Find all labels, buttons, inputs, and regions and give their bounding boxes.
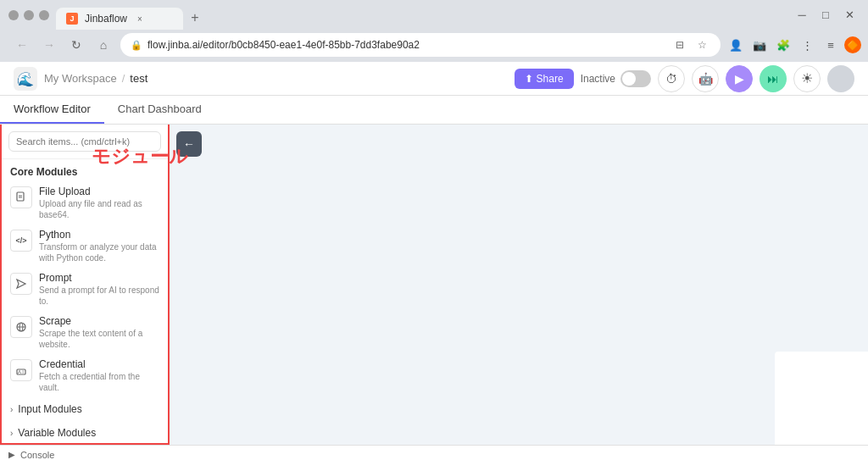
- module-info-scrape: Scrape Scrape the text content of a webs…: [39, 315, 159, 350]
- avatar[interactable]: [827, 65, 854, 92]
- home-button[interactable]: ⌂: [92, 33, 115, 57]
- app-header: 🌊 My Workspace / test ⬆ Share Inactive ⏱…: [0, 62, 868, 96]
- module-info-python: Python Transform or analyze your data wi…: [39, 229, 159, 263]
- sidebar: Core Modules File Upload Upload any file…: [0, 125, 170, 445]
- file-upload-icon: [10, 186, 32, 208]
- forward-button[interactable]: →: [37, 33, 61, 57]
- module-item-prompt[interactable]: Prompt Send a prompt for AI to respond t…: [2, 268, 168, 311]
- close-button[interactable]: ✕: [839, 5, 860, 25]
- svg-text:🌊: 🌊: [17, 71, 34, 87]
- address-bar-icons: ⊟ ☆: [671, 36, 710, 53]
- agent-icon: 🤖: [698, 72, 713, 86]
- new-tab-button[interactable]: +: [183, 6, 207, 30]
- console-label[interactable]: Console: [20, 450, 54, 460]
- scrape-icon: [10, 316, 32, 338]
- chevron-icon: ›: [10, 405, 13, 414]
- module-info-file-upload: File Upload Upload any file and read as …: [39, 186, 159, 220]
- browser-menu2-icon[interactable]: ≡: [821, 35, 841, 55]
- browser-avatar[interactable]: 🔶: [844, 36, 861, 53]
- maximize-button[interactable]: □: [815, 5, 836, 25]
- browser-action-icons: 👤 📷 🧩 ⋮ ≡ 🔶: [726, 35, 861, 55]
- app-logo: 🌊: [14, 67, 37, 91]
- svg-marker-5: [17, 280, 25, 288]
- console-bar: ▶ Console: [0, 445, 868, 460]
- tab-title: Jinbaflow: [85, 13, 127, 25]
- collapse-icon: ←: [183, 137, 195, 151]
- play-button[interactable]: ▶: [726, 65, 753, 92]
- window-controls: [8, 10, 49, 20]
- tab-close-button[interactable]: ×: [134, 13, 146, 25]
- search-box: [2, 125, 168, 159]
- tab-favicon: J: [66, 13, 78, 25]
- forward-icon: ⏭: [767, 72, 779, 86]
- module-info-credential: Credential Fetch a credential from the v…: [39, 358, 159, 393]
- window-min-dot: [24, 10, 34, 20]
- browser-chrome: J Jinbaflow × + ─ □ ✕: [0, 0, 868, 30]
- core-modules-header: Core Modules: [2, 159, 168, 181]
- project-name[interactable]: test: [130, 72, 147, 85]
- breadcrumb: My Workspace / test: [44, 72, 515, 85]
- variable-modules-section[interactable]: › Variable Modules: [2, 421, 168, 443]
- console-icon: ▶: [8, 450, 15, 459]
- module-item-credential[interactable]: A I Credential Fetch a credential from t…: [2, 354, 168, 397]
- sidebar-content: Core Modules File Upload Upload any file…: [2, 159, 168, 443]
- timer-button[interactable]: ⏱: [658, 65, 685, 92]
- browser-menu-icon[interactable]: ⋮: [797, 35, 817, 55]
- module-item-scrape[interactable]: Scrape Scrape the text content of a webs…: [2, 311, 168, 354]
- sun-icon: ☀: [801, 70, 813, 86]
- search-input[interactable]: [8, 131, 161, 152]
- toggle-knob: [622, 72, 636, 86]
- camera-icon[interactable]: 📷: [749, 35, 770, 55]
- timer-icon: ⏱: [665, 72, 677, 86]
- collapse-sidebar-button[interactable]: ←: [176, 131, 202, 157]
- header-actions: ⬆ Share Inactive ⏱ 🤖 ▶ ⏭ ☀: [515, 65, 854, 92]
- back-button[interactable]: ←: [10, 33, 34, 57]
- extension-icon[interactable]: 🧩: [773, 35, 793, 55]
- translate-icon[interactable]: ⊟: [671, 36, 688, 53]
- python-icon: </>: [10, 230, 32, 252]
- module-info-prompt: Prompt Send a prompt for AI to respond t…: [39, 272, 159, 307]
- url-input[interactable]: [147, 39, 666, 51]
- tab-workflow-editor[interactable]: Workflow Editor: [0, 96, 104, 124]
- tab-bar: J Jinbaflow × +: [56, 0, 207, 30]
- minimize-button[interactable]: ─: [792, 5, 812, 25]
- profile-icon[interactable]: 👤: [726, 35, 746, 55]
- nav-controls: ← → ↻ ⌂: [10, 33, 115, 57]
- address-bar-row: ← → ↻ ⌂ 🔒 ⊟ ☆ 👤 📷 🧩 ⋮ ≡ 🔶: [0, 30, 868, 62]
- input-modules-section[interactable]: › Input Modules: [2, 397, 168, 421]
- canvas-area: ←: [170, 125, 868, 445]
- minimap-box: [775, 352, 868, 445]
- share-icon: ⬆: [525, 73, 533, 85]
- breadcrumb-separator: /: [122, 72, 125, 85]
- browser-tab[interactable]: J Jinbaflow ×: [56, 8, 183, 30]
- refresh-button[interactable]: ↻: [64, 33, 88, 57]
- tab-chart-dashboard[interactable]: Chart Dashboard: [104, 96, 215, 124]
- svg-text:A I: A I: [18, 369, 24, 374]
- status-toggle[interactable]: Inactive: [581, 70, 651, 87]
- window-max-dot: [39, 10, 49, 20]
- address-bar[interactable]: 🔒 ⊟ ☆: [120, 33, 721, 57]
- agent-button[interactable]: 🤖: [692, 65, 719, 92]
- chevron-icon: ›: [10, 429, 13, 438]
- module-item-file-upload[interactable]: File Upload Upload any file and read as …: [2, 181, 168, 224]
- star-icon[interactable]: ☆: [693, 36, 710, 53]
- toggle-switch[interactable]: [620, 70, 651, 87]
- svg-rect-2: [17, 192, 24, 201]
- theme-button[interactable]: ☀: [793, 65, 821, 92]
- forward-button[interactable]: ⏭: [760, 65, 787, 92]
- main-layout: Core Modules File Upload Upload any file…: [0, 125, 868, 445]
- credential-icon: A I: [10, 359, 32, 381]
- status-label: Inactive: [581, 73, 615, 85]
- module-item-python[interactable]: </> Python Transform or analyze your dat…: [2, 224, 168, 268]
- workspace-link[interactable]: My Workspace: [44, 72, 117, 85]
- play-icon: ▶: [735, 72, 744, 86]
- tabs-bar: Workflow Editor Chart Dashboard: [0, 96, 868, 125]
- prompt-icon: [10, 273, 32, 295]
- share-button[interactable]: ⬆ Share: [515, 69, 574, 89]
- window-close-dot: [8, 10, 19, 20]
